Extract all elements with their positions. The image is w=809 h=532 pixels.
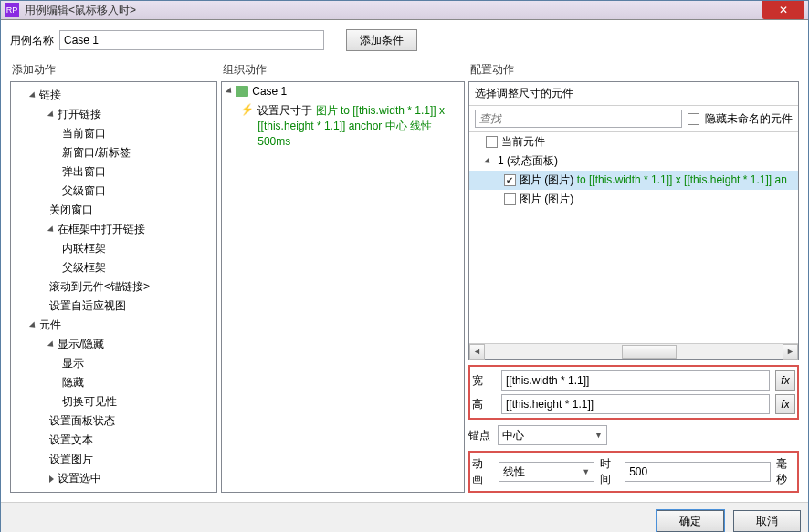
caret-icon bbox=[47, 225, 56, 234]
col-header-left: 添加动作 bbox=[10, 58, 217, 81]
tree-item-label: 设置面板状态 bbox=[49, 413, 115, 429]
search-input[interactable] bbox=[475, 110, 682, 128]
tree-item-label: 设置自适应视图 bbox=[49, 298, 126, 314]
tree-item[interactable]: 关闭窗口 bbox=[11, 201, 216, 220]
tree-item-label: 当前窗口 bbox=[62, 126, 106, 141]
tree-item[interactable]: 链接 bbox=[11, 86, 216, 105]
widget-list-item[interactable]: 图片 (图片) bbox=[469, 190, 798, 209]
height-row: 高 fx bbox=[472, 392, 795, 416]
scroll-thumb[interactable] bbox=[622, 345, 677, 359]
tree-item[interactable]: 设置文本 bbox=[11, 431, 216, 450]
ok-button[interactable]: 确定 bbox=[657, 510, 724, 532]
case-name-row: 用例名称 添加条件 bbox=[10, 29, 799, 51]
col-header-right: 配置动作 bbox=[468, 58, 799, 81]
widget-checkbox[interactable] bbox=[504, 193, 516, 205]
widget-checkbox[interactable] bbox=[486, 136, 498, 148]
tree-item-label: 隐藏 bbox=[62, 375, 84, 391]
config-area: 宽 fx 高 fx 锚点 中心▼ bbox=[468, 365, 799, 493]
tree-item-label: 弹出窗口 bbox=[62, 164, 106, 180]
caret-icon bbox=[49, 475, 54, 483]
tree-item[interactable]: 隐藏 bbox=[11, 373, 216, 392]
tree-item[interactable]: 设置面板状态 bbox=[11, 412, 216, 431]
anim-row: 动画 线性▼ 时间 毫秒 bbox=[472, 454, 795, 489]
anchor-row: 锚点 中心▼ bbox=[468, 423, 799, 447]
col-header-mid: 组织动作 bbox=[221, 58, 465, 81]
tree-item-label: 设置选中 bbox=[58, 471, 101, 486]
hide-unnamed-label: 隐藏未命名的元件 bbox=[705, 111, 793, 127]
widget-checkbox[interactable] bbox=[504, 174, 516, 186]
dialog-window: RP 用例编辑<鼠标移入时> ✕ 用例名称 添加条件 添加动作 链接打开链接当前… bbox=[0, 0, 809, 532]
organize-panel[interactable]: Case 1 ⚡ 设置尺寸于 图片 to [[this.width * 1.1]… bbox=[221, 81, 465, 493]
tree-item-label: 父级窗口 bbox=[62, 183, 106, 199]
tree-item[interactable]: 元件 bbox=[11, 316, 216, 335]
widget-item-label: 图片 (图片) to [[this.width * 1.1]] x [[this… bbox=[520, 172, 787, 188]
width-fx-button[interactable]: fx bbox=[775, 370, 795, 391]
time-input[interactable] bbox=[625, 462, 771, 482]
h-scrollbar[interactable]: ◄ ► bbox=[469, 343, 798, 359]
tree-item[interactable]: 显示 bbox=[11, 354, 216, 373]
caret-icon bbox=[47, 340, 56, 349]
anim-select[interactable]: 线性▼ bbox=[499, 462, 595, 482]
scroll-left-arrow[interactable]: ◄ bbox=[469, 344, 485, 360]
height-fx-button[interactable]: fx bbox=[775, 394, 795, 414]
widget-list-item[interactable]: 1 (动态面板) bbox=[469, 151, 798, 171]
hide-unnamed-checkbox[interactable] bbox=[688, 113, 699, 125]
width-input[interactable] bbox=[501, 370, 770, 391]
columns: 添加动作 链接打开链接当前窗口新窗口/新标签弹出窗口父级窗口关闭窗口在框架中打开… bbox=[10, 58, 799, 493]
action-tree-panel[interactable]: 链接打开链接当前窗口新窗口/新标签弹出窗口父级窗口关闭窗口在框架中打开链接内联框… bbox=[10, 81, 217, 493]
folder-icon bbox=[236, 86, 248, 97]
tree-item-label: 设置文本 bbox=[49, 433, 93, 448]
cancel-button[interactable]: 取消 bbox=[733, 510, 801, 532]
tree-item[interactable]: 显示/隐藏 bbox=[11, 335, 216, 354]
case-name-input[interactable] bbox=[59, 30, 324, 50]
tree-item[interactable]: 父级窗口 bbox=[11, 182, 216, 201]
widget-item-label: 1 (动态面板) bbox=[498, 153, 558, 169]
tree-item[interactable]: 设置选中 bbox=[11, 469, 216, 488]
widget-list-item[interactable]: 当前元件 bbox=[469, 132, 798, 151]
caret-icon bbox=[29, 321, 37, 329]
footer: 确定 取消 bbox=[1, 502, 808, 532]
tree-item-label: 打开链接 bbox=[58, 107, 101, 122]
tree-item[interactable]: 弹出窗口 bbox=[11, 162, 216, 182]
tree-item[interactable]: 内联框架 bbox=[11, 239, 216, 258]
height-label: 高 bbox=[472, 397, 496, 412]
widget-item-label: 图片 (图片) bbox=[520, 192, 573, 207]
time-unit: 毫秒 bbox=[776, 456, 795, 487]
widget-list-item[interactable]: 图片 (图片) to [[this.width * 1.1]] x [[this… bbox=[469, 171, 798, 190]
tree-item[interactable]: 设置自适应视图 bbox=[11, 297, 216, 316]
tree-item[interactable]: 在框架中打开链接 bbox=[11, 220, 216, 239]
size-group-highlight: 宽 fx 高 fx bbox=[468, 365, 799, 420]
widget-list[interactable]: 当前元件1 (动态面板)图片 (图片) to [[this.width * 1.… bbox=[469, 132, 798, 343]
scroll-right-arrow[interactable]: ► bbox=[783, 344, 798, 360]
tree-item[interactable]: 滚动到元件<锚链接> bbox=[11, 277, 216, 297]
time-label: 时间 bbox=[600, 456, 619, 487]
height-input[interactable] bbox=[501, 394, 770, 414]
content-area: 用例名称 添加条件 添加动作 链接打开链接当前窗口新窗口/新标签弹出窗口父级窗口… bbox=[1, 20, 808, 502]
window-title: 用例编辑<鼠标移入时> bbox=[25, 3, 762, 18]
caret-icon bbox=[47, 110, 56, 119]
tree-item-label: 关闭窗口 bbox=[49, 203, 93, 218]
tree-item-label: 设置图片 bbox=[49, 452, 93, 467]
width-row: 宽 fx bbox=[472, 369, 795, 392]
tree-item[interactable]: 新窗口/新标签 bbox=[11, 143, 216, 162]
tree-item-label: 在框架中打开链接 bbox=[58, 222, 145, 237]
titlebar: RP 用例编辑<鼠标移入时> ✕ bbox=[1, 1, 808, 20]
chevron-down-icon: ▼ bbox=[582, 467, 590, 476]
add-condition-button[interactable]: 添加条件 bbox=[346, 29, 417, 51]
tree-item-label: 滚动到元件<锚链接> bbox=[49, 279, 150, 295]
close-button[interactable]: ✕ bbox=[762, 1, 804, 19]
action-node[interactable]: ⚡ 设置尺寸于 图片 to [[this.width * 1.1]] x [[t… bbox=[222, 100, 464, 151]
case-node[interactable]: Case 1 bbox=[222, 82, 464, 100]
tree-item[interactable]: 切换可见性 bbox=[11, 392, 216, 412]
search-row: 隐藏未命名的元件 bbox=[469, 106, 798, 132]
app-icon: RP bbox=[5, 3, 19, 17]
width-label: 宽 bbox=[472, 373, 496, 389]
tree-item-label: 新窗口/新标签 bbox=[62, 145, 131, 161]
tree-item[interactable]: 打开链接 bbox=[11, 105, 216, 124]
tree-item[interactable]: 设置图片 bbox=[11, 450, 216, 469]
tree-item[interactable]: 当前窗口 bbox=[11, 124, 216, 143]
tree-item-label: 元件 bbox=[39, 318, 61, 333]
tree-item-label: 显示/隐藏 bbox=[58, 337, 104, 352]
anchor-select[interactable]: 中心▼ bbox=[498, 425, 607, 445]
tree-item[interactable]: 父级框架 bbox=[11, 258, 216, 277]
